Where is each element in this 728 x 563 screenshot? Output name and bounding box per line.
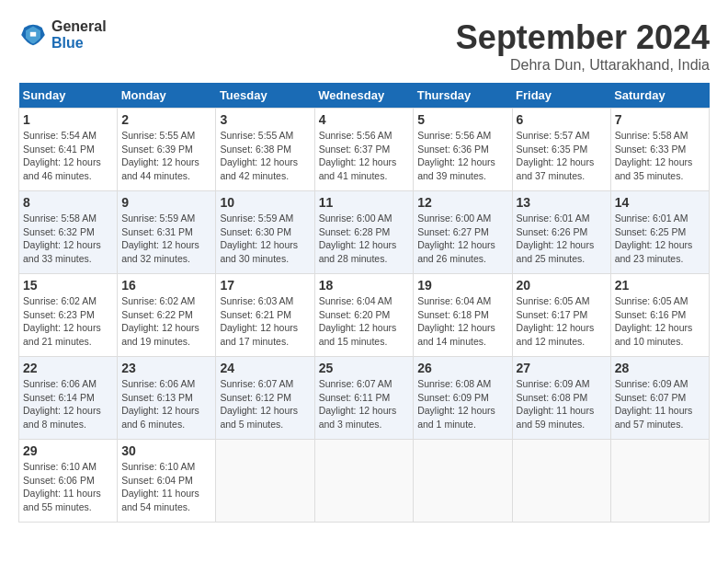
calendar-day-cell: 26Sunrise: 6:08 AMSunset: 6:09 PMDayligh… [414,357,512,440]
empty-cell [414,440,512,523]
calendar-week-row: 29Sunrise: 6:10 AMSunset: 6:06 PMDayligh… [19,440,710,523]
calendar-day-cell: 11Sunrise: 6:00 AMSunset: 6:28 PMDayligh… [314,191,414,274]
calendar-day-cell: 15Sunrise: 6:02 AMSunset: 6:23 PMDayligh… [19,274,118,357]
calendar-day-cell: 8Sunrise: 5:58 AMSunset: 6:32 PMDaylight… [19,191,118,274]
calendar-day-cell: 3Sunrise: 5:55 AMSunset: 6:38 PMDaylight… [216,109,314,191]
day-number: 24 [220,361,310,375]
col-saturday: Saturday [610,83,709,109]
logo-general-text: General [51,18,107,35]
day-number: 11 [319,195,410,210]
empty-cell [216,440,314,523]
month-title: September 2024 [456,18,710,57]
calendar-day-cell: 1Sunrise: 5:54 AMSunset: 6:41 PMDaylight… [19,109,118,191]
day-number: 2 [121,112,211,127]
day-number: 28 [615,361,705,375]
empty-cell [314,440,414,523]
col-thursday: Thursday [414,83,512,109]
calendar-week-row: 1Sunrise: 5:54 AMSunset: 6:41 PMDaylight… [19,109,710,191]
calendar-day-cell: 29Sunrise: 6:10 AMSunset: 6:06 PMDayligh… [19,440,118,523]
calendar-day-cell: 12Sunrise: 6:00 AMSunset: 6:27 PMDayligh… [414,191,512,274]
day-info: Sunrise: 6:06 AMSunset: 6:14 PMDaylight:… [23,377,113,431]
calendar-day-cell: 17Sunrise: 6:03 AMSunset: 6:21 PMDayligh… [216,274,314,357]
calendar-day-cell: 21Sunrise: 6:05 AMSunset: 6:16 PMDayligh… [610,274,709,357]
day-number: 18 [319,278,410,293]
day-number: 9 [121,195,211,210]
day-info: Sunrise: 5:57 AMSunset: 6:35 PMDaylight:… [517,129,607,183]
logo-blue-text: Blue [51,35,107,52]
day-number: 14 [615,195,705,210]
day-info: Sunrise: 6:04 AMSunset: 6:20 PMDaylight:… [319,294,410,349]
calendar-day-cell: 13Sunrise: 6:01 AMSunset: 6:26 PMDayligh… [512,191,610,274]
calendar-day-cell: 23Sunrise: 6:06 AMSunset: 6:13 PMDayligh… [118,357,216,440]
logo: General Blue [18,18,107,51]
day-info: Sunrise: 6:08 AMSunset: 6:09 PMDaylight:… [417,377,507,431]
calendar-day-cell: 16Sunrise: 6:02 AMSunset: 6:22 PMDayligh… [118,274,216,357]
day-number: 5 [417,112,507,127]
day-number: 3 [220,112,310,127]
calendar-week-row: 15Sunrise: 6:02 AMSunset: 6:23 PMDayligh… [19,274,710,357]
day-number: 10 [220,195,310,210]
calendar-day-cell: 2Sunrise: 5:55 AMSunset: 6:39 PMDaylight… [118,109,216,191]
calendar-day-cell: 19Sunrise: 6:04 AMSunset: 6:18 PMDayligh… [414,274,512,357]
day-info: Sunrise: 6:03 AMSunset: 6:21 PMDaylight:… [220,294,310,349]
day-number: 12 [417,195,507,210]
day-info: Sunrise: 5:59 AMSunset: 6:30 PMDaylight:… [220,212,310,266]
calendar-week-row: 22Sunrise: 6:06 AMSunset: 6:14 PMDayligh… [19,357,710,440]
day-number: 6 [517,112,607,127]
col-friday: Friday [512,83,610,109]
day-info: Sunrise: 6:07 AMSunset: 6:11 PMDaylight:… [319,377,410,431]
day-info: Sunrise: 6:09 AMSunset: 6:08 PMDaylight:… [517,377,607,431]
day-info: Sunrise: 6:04 AMSunset: 6:18 PMDaylight:… [417,294,507,349]
calendar-day-cell: 14Sunrise: 6:01 AMSunset: 6:25 PMDayligh… [610,191,709,274]
day-info: Sunrise: 6:06 AMSunset: 6:13 PMDaylight:… [121,377,211,431]
day-number: 7 [615,112,705,127]
day-number: 21 [615,278,705,293]
day-number: 20 [517,278,607,293]
calendar-day-cell: 24Sunrise: 6:07 AMSunset: 6:12 PMDayligh… [216,357,314,440]
calendar-day-cell: 28Sunrise: 6:09 AMSunset: 6:07 PMDayligh… [610,357,709,440]
day-info: Sunrise: 5:55 AMSunset: 6:39 PMDaylight:… [121,129,211,183]
calendar-day-cell: 4Sunrise: 5:56 AMSunset: 6:37 PMDaylight… [314,109,414,191]
day-info: Sunrise: 6:05 AMSunset: 6:17 PMDaylight:… [517,294,607,349]
calendar-week-row: 8Sunrise: 5:58 AMSunset: 6:32 PMDaylight… [19,191,710,274]
day-number: 27 [517,361,607,375]
logo-icon [18,20,48,50]
day-number: 1 [23,112,113,127]
day-number: 26 [417,361,507,375]
day-info: Sunrise: 6:00 AMSunset: 6:27 PMDaylight:… [417,212,507,266]
day-info: Sunrise: 6:00 AMSunset: 6:28 PMDaylight:… [319,212,410,266]
day-number: 19 [417,278,507,293]
empty-cell [610,440,709,523]
day-info: Sunrise: 5:58 AMSunset: 6:33 PMDaylight:… [615,129,705,183]
day-info: Sunrise: 6:09 AMSunset: 6:07 PMDaylight:… [615,377,705,431]
day-number: 23 [121,361,211,375]
calendar-table: Sunday Monday Tuesday Wednesday Thursday… [18,83,710,523]
day-number: 15 [23,278,113,293]
day-info: Sunrise: 6:01 AMSunset: 6:26 PMDaylight:… [517,212,607,266]
calendar-day-cell: 30Sunrise: 6:10 AMSunset: 6:04 PMDayligh… [118,440,216,523]
day-number: 16 [121,278,211,293]
page-header: General Blue September 2024 Dehra Dun, U… [18,18,710,74]
day-info: Sunrise: 5:54 AMSunset: 6:41 PMDaylight:… [23,129,113,183]
logo-text: General Blue [51,18,107,51]
calendar-day-cell: 20Sunrise: 6:05 AMSunset: 6:17 PMDayligh… [512,274,610,357]
day-info: Sunrise: 6:07 AMSunset: 6:12 PMDaylight:… [220,377,310,431]
day-info: Sunrise: 6:01 AMSunset: 6:25 PMDaylight:… [615,212,705,266]
day-info: Sunrise: 5:56 AMSunset: 6:36 PMDaylight:… [417,129,507,183]
day-info: Sunrise: 6:02 AMSunset: 6:22 PMDaylight:… [121,294,211,349]
calendar-day-cell: 6Sunrise: 5:57 AMSunset: 6:35 PMDaylight… [512,109,610,191]
day-number: 30 [121,443,211,458]
day-number: 4 [319,112,410,127]
day-info: Sunrise: 6:10 AMSunset: 6:06 PMDaylight:… [23,460,113,514]
day-info: Sunrise: 6:05 AMSunset: 6:16 PMDaylight:… [615,294,705,349]
day-number: 22 [23,361,113,375]
day-number: 17 [220,278,310,293]
day-info: Sunrise: 5:56 AMSunset: 6:37 PMDaylight:… [319,129,410,183]
calendar-day-cell: 9Sunrise: 5:59 AMSunset: 6:31 PMDaylight… [118,191,216,274]
calendar-header-row: Sunday Monday Tuesday Wednesday Thursday… [19,83,710,109]
day-info: Sunrise: 6:02 AMSunset: 6:23 PMDaylight:… [23,294,113,349]
day-info: Sunrise: 6:10 AMSunset: 6:04 PMDaylight:… [121,460,211,514]
day-number: 8 [23,195,113,210]
location: Dehra Dun, Uttarakhand, India [456,57,710,74]
day-info: Sunrise: 5:58 AMSunset: 6:32 PMDaylight:… [23,212,113,266]
